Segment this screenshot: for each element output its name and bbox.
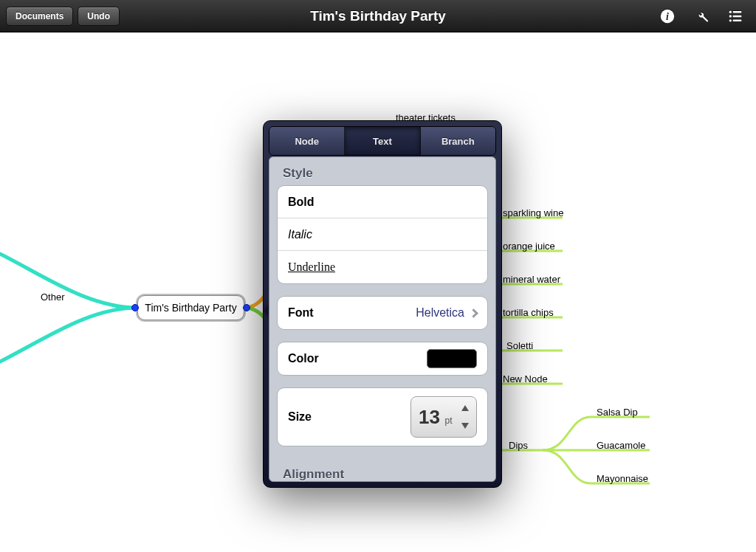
style-bold-cell[interactable]: Bold xyxy=(278,186,487,218)
style-options-group: Bold Italic Underline xyxy=(277,185,488,284)
svg-point-4 xyxy=(729,15,732,17)
mindmap-node[interactable]: orange juice xyxy=(503,241,555,252)
list-icon[interactable] xyxy=(726,7,744,25)
chevron-right-icon xyxy=(469,308,478,318)
mindmap-node[interactable]: sparkling wine xyxy=(503,207,563,218)
color-swatch xyxy=(427,349,477,368)
popover-body: Style Bold Italic Underline Font xyxy=(269,156,496,482)
mindmap-node[interactable]: Soletti xyxy=(506,340,533,351)
style-underline-cell[interactable]: Underline xyxy=(278,251,487,283)
font-group: Font Helvetica xyxy=(277,296,488,330)
style-italic-cell[interactable]: Italic xyxy=(278,218,487,251)
svg-point-2 xyxy=(729,10,732,13)
popover-tabs: Node Text Branch xyxy=(269,126,496,156)
style-italic-label: Italic xyxy=(288,228,312,241)
mindmap-node[interactable]: Guacamole xyxy=(597,440,645,451)
triangle-down-icon xyxy=(461,423,469,429)
mindmap-node[interactable]: New Node xyxy=(503,373,548,384)
style-section-header: Style xyxy=(277,157,488,185)
color-cell[interactable]: Color xyxy=(278,342,487,375)
color-group: Color xyxy=(277,342,488,376)
mindmap-root-label: Tim's Birthday Party xyxy=(145,302,236,314)
style-bold-label: Bold xyxy=(288,196,315,209)
documents-button[interactable]: Documents xyxy=(6,7,73,26)
info-icon[interactable]: i xyxy=(659,7,676,25)
mindmap-node-other[interactable]: Other xyxy=(41,291,65,303)
triangle-up-icon xyxy=(461,405,469,411)
tab-text[interactable]: Text xyxy=(345,127,420,155)
tab-branch[interactable]: Branch xyxy=(421,127,495,155)
alignment-section-header: Alignment xyxy=(277,458,488,481)
svg-text:i: i xyxy=(666,10,669,21)
mindmap-node[interactable]: Mayonnaise xyxy=(597,473,648,484)
wrench-icon[interactable] xyxy=(693,7,710,25)
size-unit: pt xyxy=(444,415,452,426)
svg-rect-7 xyxy=(733,19,742,21)
text-style-popover: Node Text Branch Style Bold Italic Under… xyxy=(263,120,502,488)
svg-rect-3 xyxy=(733,10,742,12)
root-handle-right[interactable] xyxy=(243,304,250,311)
size-label: Size xyxy=(288,410,312,424)
size-cell: Size 13 pt xyxy=(278,388,487,446)
mindmap-node-dips[interactable]: Dips xyxy=(509,440,528,451)
color-label: Color xyxy=(288,352,319,365)
style-underline-label: Underline xyxy=(288,261,335,274)
mindmap-canvas[interactable]: Other theater tickets sparkling wine ora… xyxy=(0,32,756,552)
svg-rect-5 xyxy=(733,15,742,17)
toolbar: Documents Undo Tim's Birthday Party i xyxy=(0,0,756,32)
size-value: 13 xyxy=(419,406,440,429)
font-label: Font xyxy=(288,306,314,320)
svg-point-6 xyxy=(729,19,732,21)
tab-node[interactable]: Node xyxy=(269,127,345,155)
font-value: Helvetica xyxy=(416,306,464,320)
root-handle-left[interactable] xyxy=(131,304,139,311)
mindmap-node[interactable]: tortilla chips xyxy=(503,307,554,318)
undo-button[interactable]: Undo xyxy=(78,7,120,26)
mindmap-node[interactable]: mineral water xyxy=(503,274,560,285)
size-stepper: 13 pt xyxy=(410,396,477,438)
mindmap-root-node[interactable]: Tim's Birthday Party xyxy=(137,295,244,320)
font-cell[interactable]: Font Helvetica xyxy=(278,297,487,329)
mindmap-node[interactable]: Salsa Dip xyxy=(597,407,638,418)
size-step-down[interactable] xyxy=(458,417,472,435)
size-group: Size 13 pt xyxy=(277,387,488,446)
size-step-up[interactable] xyxy=(458,399,472,417)
